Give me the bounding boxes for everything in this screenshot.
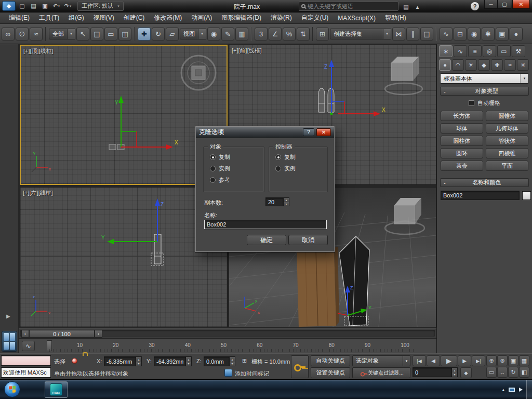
menu-customize[interactable]: 自定义(U): [297, 12, 334, 24]
object-color-swatch[interactable]: [522, 191, 531, 200]
spinner-snap-icon[interactable]: ⇅: [297, 28, 310, 41]
next-frame-icon[interactable]: ›: [95, 330, 102, 338]
unlink-selection-icon[interactable]: ∅: [16, 28, 29, 41]
primitive-geosphere-button[interactable]: 几何球体: [486, 123, 528, 134]
maxscript-mini-listener[interactable]: 欢迎使用 MAXSc: [1, 367, 51, 378]
ok-button[interactable]: 确定: [247, 235, 286, 245]
radio-object-reference[interactable]: 参考: [210, 176, 230, 184]
tab-modify[interactable]: ∿: [454, 45, 467, 57]
primitive-cone-button[interactable]: 圆锥体: [486, 111, 528, 121]
align-icon[interactable]: ∥: [406, 28, 419, 41]
angle-snap-icon[interactable]: ∠: [269, 28, 282, 41]
clone-name-field[interactable]: [204, 220, 327, 229]
start-button[interactable]: [4, 381, 20, 397]
y-coord-input[interactable]: [154, 356, 186, 366]
radio-controller-copy[interactable]: 复制: [275, 153, 296, 161]
add-time-tag[interactable]: 添加时间标记: [235, 370, 269, 378]
save-file-button[interactable]: ▣: [40, 2, 50, 11]
previous-frame-icon[interactable]: ◀: [427, 355, 440, 366]
cancel-button[interactable]: 取消: [288, 235, 328, 245]
tab-create[interactable]: ∗: [439, 45, 453, 57]
workspace-selector[interactable]: 工作区: 默认 ▾: [77, 2, 124, 11]
mini-curve-editor-icon[interactable]: ∿: [22, 341, 35, 351]
select-and-scale-icon[interactable]: ▱: [166, 28, 179, 41]
viewport-left-label[interactable]: [+][左][线框]: [23, 189, 53, 197]
field-of-view-icon[interactable]: ▭: [486, 367, 497, 378]
radio-object-instance[interactable]: 实例: [210, 165, 230, 172]
primitive-cylinder-button[interactable]: 圆柱体: [441, 136, 483, 146]
maximize-button[interactable]: ▢: [498, 0, 511, 9]
grid-settings-icon[interactable]: ⊞: [242, 357, 247, 364]
dialog-title-bar[interactable]: 克隆选项 ? ✕: [196, 127, 334, 138]
volume-tray-icon[interactable]: [519, 388, 525, 392]
show-hidden-icons[interactable]: ▴: [502, 387, 504, 392]
z-coord-input[interactable]: [204, 356, 230, 366]
select-and-link-icon[interactable]: ∞: [2, 28, 15, 41]
named-selection-sets-dropdown[interactable]: 创建选择集▾: [330, 29, 391, 39]
primitive-pyramid-button[interactable]: 四棱锥: [486, 148, 528, 158]
z-coord-field[interactable]: ▴▾: [204, 356, 236, 366]
layer-manager-icon[interactable]: ▤: [420, 28, 433, 41]
percent-snap-icon[interactable]: %: [283, 28, 296, 41]
window-crossing-icon[interactable]: ◫: [118, 28, 131, 41]
redo-button[interactable]: ↷▾: [63, 2, 73, 11]
zoom-extents-all-icon[interactable]: ▦: [519, 355, 529, 366]
subtab-cameras[interactable]: ◆: [478, 59, 490, 71]
time-tag-icon[interactable]: [224, 369, 232, 377]
infocenter-button[interactable]: ▤: [401, 2, 411, 11]
tab-utilities[interactable]: ⚒: [512, 45, 525, 57]
menu-rendering[interactable]: 渲染(R): [266, 12, 297, 24]
menu-maxscript[interactable]: MAXScript(X): [333, 13, 380, 23]
close-button[interactable]: ✕: [512, 0, 530, 9]
copies-field[interactable]: ▴▾: [265, 197, 290, 206]
primitive-sphere-button[interactable]: 球体: [441, 123, 483, 134]
subtab-space-warps[interactable]: ≈: [504, 59, 516, 71]
help-icon[interactable]: ?: [471, 2, 479, 10]
go-to-end-icon[interactable]: ▶|: [472, 355, 485, 366]
track-bar[interactable]: ∿ 10 20 30 40 50 60 70 80 90 100: [19, 339, 436, 353]
use-pivot-point-icon[interactable]: ◉: [207, 28, 220, 41]
subtab-shapes[interactable]: ◠: [452, 59, 464, 71]
select-and-move-icon[interactable]: ✚: [138, 28, 151, 41]
x-coord-input[interactable]: [104, 356, 136, 366]
bind-to-space-warp-icon[interactable]: ≈: [30, 28, 43, 41]
tab-motion[interactable]: ◎: [483, 45, 496, 57]
autogrid-checkbox[interactable]: [469, 100, 474, 106]
time-slider[interactable]: ‹ 0 / 100 ›: [19, 328, 436, 339]
play-animation-icon[interactable]: ▶: [441, 355, 457, 366]
rollout-object-type[interactable]: - 对象类型: [440, 87, 529, 96]
viewport-top-label[interactable]: [+][顶][线框]: [23, 47, 54, 55]
tab-display[interactable]: ▭: [497, 45, 511, 57]
subtab-geometry[interactable]: ●: [439, 59, 451, 71]
previous-frame-icon[interactable]: ‹: [21, 330, 29, 338]
open-file-button[interactable]: ▤: [29, 2, 38, 11]
network-tray-icon[interactable]: [509, 388, 515, 392]
show-desktop-button[interactable]: [526, 380, 532, 399]
dialog-help-icon[interactable]: ?: [303, 128, 314, 136]
menu-views[interactable]: 视图(V): [89, 12, 119, 24]
select-object-icon[interactable]: ↖: [76, 28, 89, 41]
copies-input[interactable]: [265, 197, 284, 206]
keyboard-override-icon[interactable]: ▦: [235, 28, 248, 41]
primitive-tube-button[interactable]: 管状体: [486, 136, 528, 146]
select-and-rotate-icon[interactable]: ↻: [152, 28, 165, 41]
new-scene-button[interactable]: ▢: [17, 2, 27, 11]
primitive-torus-button[interactable]: 圆环: [441, 148, 483, 158]
y-coord-field[interactable]: ▴▾: [154, 356, 192, 366]
curve-editor-icon[interactable]: ∿: [440, 28, 453, 41]
render-setup-icon[interactable]: ✱: [482, 28, 495, 41]
select-by-name-icon[interactable]: ▤: [90, 28, 103, 41]
schematic-view-icon[interactable]: ⊟: [454, 28, 467, 41]
current-frame-indicator[interactable]: 0 / 100: [29, 330, 95, 338]
pan-view-icon[interactable]: ↔: [497, 367, 508, 378]
max-logo-icon[interactable]: ◆: [2, 1, 16, 11]
snaps-toggle-icon[interactable]: 3: [255, 28, 268, 41]
set-keys-mode-button[interactable]: 设置关键点: [311, 367, 350, 378]
menu-animation[interactable]: 动画(A): [187, 12, 217, 24]
primitive-box-button[interactable]: 长方体: [441, 111, 483, 121]
zoom-extents-icon[interactable]: ▣: [508, 355, 518, 366]
expand-panel-icon[interactable]: ▶: [6, 313, 10, 319]
next-frame-icon[interactable]: ▶: [458, 355, 471, 366]
zoom-icon[interactable]: ⊕: [486, 355, 497, 366]
menu-group[interactable]: 组(G): [64, 12, 88, 24]
